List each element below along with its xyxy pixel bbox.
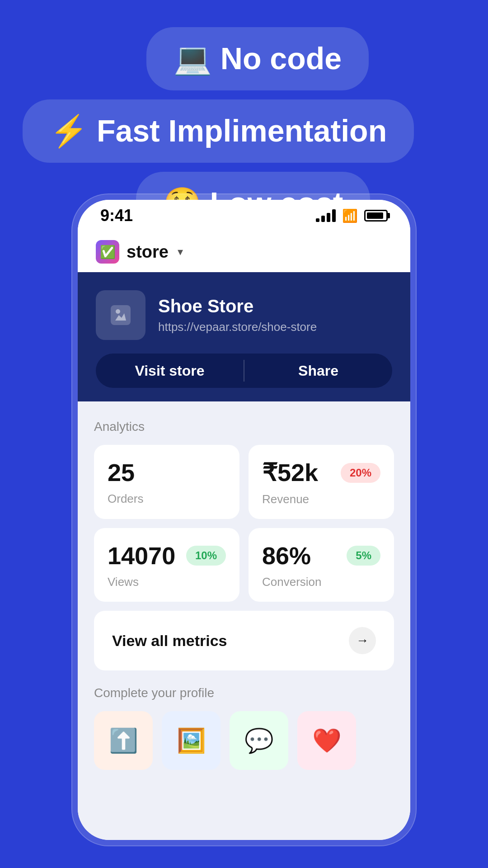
store-url: https://vepaar.store/shoe-store (158, 320, 317, 334)
upload-icon: ⬆️ (109, 727, 138, 755)
gallery-icon: 🖼️ (177, 727, 206, 755)
share-button[interactable]: Share (244, 354, 392, 388)
whatsapp-icon-card[interactable]: 💬 (230, 711, 288, 770)
view-all-metrics-button[interactable]: View all metrics → (94, 611, 394, 670)
views-value: 14070 (108, 542, 175, 570)
revenue-badge: 20% (341, 463, 380, 483)
pill-no-code-text: 💻 No code (174, 41, 342, 75)
status-icons: 📶 (316, 208, 388, 223)
main-content: Analytics 25 Orders ₹52k 20% Revenue (78, 401, 410, 840)
store-banner: Shoe Store https://vepaar.store/shoe-sto… (78, 272, 410, 401)
store-details: Shoe Store https://vepaar.store/shoe-sto… (158, 296, 317, 334)
profile-icons-row: ⬆️ 🖼️ 💬 ❤️ (94, 711, 394, 770)
svg-rect-0 (111, 305, 131, 325)
views-top: 14070 10% (108, 542, 226, 570)
revenue-value: ₹52k (262, 458, 318, 487)
analytics-section-label: Analytics (94, 420, 394, 434)
battery-icon (364, 210, 388, 222)
status-time: 9:41 (100, 206, 133, 225)
phone-mockup: 9:41 📶 ✅ store ▾ (72, 194, 416, 845)
phone-screen: 9:41 📶 ✅ store ▾ (78, 200, 410, 840)
orders-value: 25 (108, 458, 135, 486)
app-name: store (127, 242, 169, 262)
store-logo (96, 290, 145, 340)
pill-no-code: 💻 No code (146, 27, 369, 90)
more-icon-card[interactable]: ❤️ (297, 711, 356, 770)
revenue-top: ₹52k 20% (262, 458, 380, 487)
views-card: 14070 10% Views (94, 528, 239, 602)
pill-fast-impl-text: ⚡ Fast Implimentation (50, 113, 387, 148)
pill-fast-impl: ⚡ Fast Implimentation (23, 99, 414, 163)
more-icon: ❤️ (312, 727, 342, 755)
dropdown-arrow-icon[interactable]: ▾ (178, 245, 183, 258)
views-badge: 10% (186, 546, 226, 566)
wifi-icon: 📶 (342, 208, 358, 223)
orders-label: Orders (108, 492, 226, 506)
whatsapp-icon: 💬 (244, 727, 274, 755)
conversion-card: 86% 5% Conversion (249, 528, 394, 602)
orders-top: 25 (108, 458, 226, 486)
app-header: ✅ store ▾ (78, 231, 410, 272)
analytics-grid: 25 Orders ₹52k 20% Revenue 14070 (94, 445, 394, 602)
conversion-value: 86% (262, 542, 311, 570)
conversion-label: Conversion (262, 575, 380, 589)
conversion-badge: 5% (347, 546, 380, 566)
status-bar: 9:41 📶 (78, 200, 410, 231)
revenue-card: ₹52k 20% Revenue (249, 445, 394, 519)
signal-icon (316, 209, 336, 222)
arrow-right-icon: → (349, 627, 376, 654)
conversion-top: 86% 5% (262, 542, 380, 570)
arrow-icon-glyph: → (356, 633, 369, 648)
complete-profile-label: Complete your profile (94, 686, 394, 700)
app-logo: ✅ (96, 240, 119, 264)
store-actions: Visit store Share (96, 354, 392, 388)
view-all-text: View all metrics (112, 632, 227, 650)
gallery-icon-card[interactable]: 🖼️ (162, 711, 221, 770)
visit-store-button[interactable]: Visit store (96, 354, 244, 388)
revenue-label: Revenue (262, 492, 380, 506)
views-label: Views (108, 575, 226, 589)
upload-icon-card[interactable]: ⬆️ (94, 711, 153, 770)
store-info-row: Shoe Store https://vepaar.store/shoe-sto… (96, 290, 392, 340)
orders-card: 25 Orders (94, 445, 239, 519)
store-name: Shoe Store (158, 296, 317, 316)
svg-point-1 (116, 309, 120, 314)
